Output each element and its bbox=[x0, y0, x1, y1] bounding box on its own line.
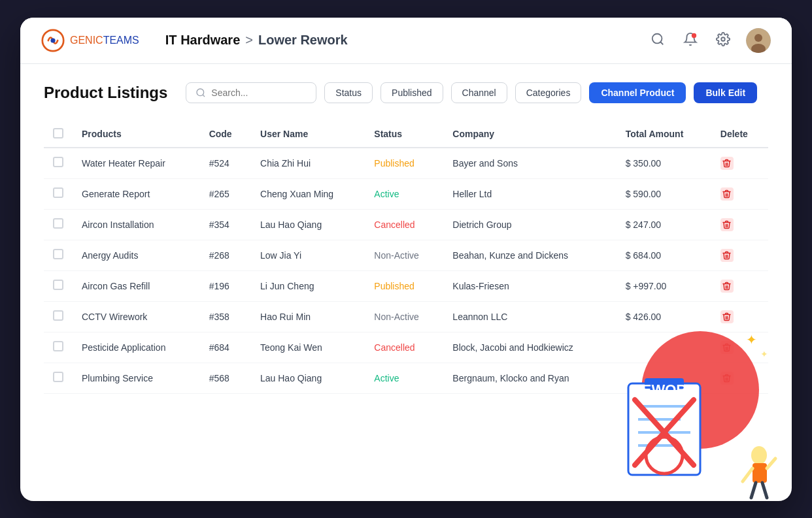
categories-filter-button[interactable]: Categories bbox=[515, 82, 582, 103]
header: GENICTEAMS IT Hardware > Lower Rework bbox=[20, 18, 792, 64]
row-product: Anergy Audits bbox=[73, 240, 200, 270]
avatar-image bbox=[746, 28, 771, 53]
row-checkbox[interactable] bbox=[53, 310, 63, 321]
row-delete-cell bbox=[711, 148, 768, 179]
breadcrumb-main: IT Hardware bbox=[165, 33, 240, 48]
delete-button[interactable] bbox=[720, 157, 734, 170]
row-checkbox[interactable] bbox=[53, 280, 63, 290]
col-products: Products bbox=[73, 121, 200, 148]
row-company: Bergnaum, Klocko and Ryan bbox=[443, 363, 616, 393]
row-checkbox-cell[interactable] bbox=[44, 332, 73, 363]
row-checkbox-cell[interactable] bbox=[44, 363, 73, 393]
row-status: Active bbox=[365, 178, 443, 209]
search-header-button[interactable] bbox=[648, 29, 668, 51]
row-checkbox[interactable] bbox=[53, 341, 63, 351]
table-wrap: Products Code User Name Status Company T… bbox=[44, 121, 768, 394]
row-checkbox-cell[interactable] bbox=[44, 209, 73, 240]
row-delete-cell bbox=[711, 301, 768, 332]
svg-line-29 bbox=[762, 483, 767, 498]
row-product: Aircon Installation bbox=[73, 209, 200, 240]
row-checkbox[interactable] bbox=[53, 372, 63, 382]
row-product: Water Heater Repair bbox=[73, 148, 200, 179]
notifications-button[interactable] bbox=[681, 29, 700, 51]
row-username: Cheng Xuan Ming bbox=[251, 178, 365, 209]
delete-button[interactable] bbox=[720, 372, 734, 385]
row-checkbox[interactable] bbox=[53, 187, 63, 198]
row-checkbox-cell[interactable] bbox=[44, 148, 73, 179]
row-checkbox-cell[interactable] bbox=[44, 270, 73, 301]
row-checkbox-cell[interactable] bbox=[44, 301, 73, 332]
svg-point-24 bbox=[751, 446, 767, 464]
row-status: Cancelled bbox=[365, 332, 443, 363]
table-row: Anergy Audits #268 Low Jia Yi Non-Active… bbox=[44, 240, 768, 270]
delete-button[interactable] bbox=[720, 310, 734, 323]
table-row: Generate Report #265 Cheng Xuan Ming Act… bbox=[44, 178, 768, 209]
search-box bbox=[186, 82, 316, 103]
row-username: Teong Kai Wen bbox=[251, 332, 365, 363]
search-input[interactable] bbox=[211, 88, 303, 98]
bulk-edit-button[interactable]: Bulk Edit bbox=[694, 82, 757, 103]
row-delete-cell bbox=[711, 240, 768, 270]
row-code: #196 bbox=[200, 270, 251, 301]
row-checkbox[interactable] bbox=[53, 157, 63, 167]
search-icon bbox=[195, 88, 206, 98]
breadcrumb: IT Hardware > Lower Rework bbox=[165, 33, 348, 48]
row-username: Lau Hao Qiang bbox=[251, 363, 365, 393]
row-amount: $ 350.00 bbox=[617, 148, 711, 179]
svg-line-3 bbox=[660, 42, 663, 44]
table-row: Aircon Gas Refill #196 Li Jun Cheng Publ… bbox=[44, 270, 768, 301]
trash-icon bbox=[720, 372, 734, 385]
col-username: User Name bbox=[251, 121, 365, 148]
svg-line-26 bbox=[743, 468, 753, 481]
delete-button[interactable] bbox=[720, 341, 734, 354]
header-actions bbox=[648, 28, 771, 53]
row-amount: $ +997.00 bbox=[617, 270, 711, 301]
delete-button[interactable] bbox=[720, 249, 734, 262]
row-company: Kulas-Friesen bbox=[443, 270, 616, 301]
row-code: #524 bbox=[200, 148, 251, 179]
row-amount: $ 590.00 bbox=[617, 178, 711, 209]
row-username: Chia Zhi Hui bbox=[251, 148, 365, 179]
svg-point-2 bbox=[652, 34, 662, 44]
svg-point-7 bbox=[754, 34, 762, 42]
published-filter-button[interactable]: Published bbox=[381, 82, 443, 103]
row-checkbox[interactable] bbox=[53, 218, 63, 229]
delete-button[interactable] bbox=[720, 280, 734, 293]
avatar[interactable] bbox=[746, 28, 771, 53]
select-all-checkbox[interactable] bbox=[53, 128, 63, 138]
row-company: Leannon LLC bbox=[443, 301, 616, 332]
row-status: Cancelled bbox=[365, 209, 443, 240]
col-code: Code bbox=[200, 121, 251, 148]
select-all-header[interactable] bbox=[44, 121, 73, 148]
trash-icon bbox=[720, 341, 734, 354]
row-checkbox-cell[interactable] bbox=[44, 240, 73, 270]
row-checkbox-cell[interactable] bbox=[44, 178, 73, 209]
channel-filter-button[interactable]: Channel bbox=[451, 82, 507, 103]
row-status: Non-Active bbox=[365, 240, 443, 270]
col-amount: Total Amount bbox=[617, 121, 711, 148]
svg-point-4 bbox=[692, 33, 696, 38]
svg-line-10 bbox=[203, 95, 205, 97]
row-code: #684 bbox=[200, 332, 251, 363]
row-code: #354 bbox=[200, 209, 251, 240]
page-title: Product Listings bbox=[44, 84, 167, 102]
channel-product-button[interactable]: Channel Product bbox=[589, 82, 686, 103]
row-delete-cell bbox=[711, 270, 768, 301]
svg-rect-25 bbox=[753, 463, 767, 483]
trash-icon bbox=[720, 218, 734, 231]
trash-icon bbox=[720, 187, 734, 201]
row-delete-cell bbox=[711, 178, 768, 209]
delete-button[interactable] bbox=[720, 218, 734, 231]
table-row: Aircon Installation #354 Lau Hao Qiang C… bbox=[44, 209, 768, 240]
status-filter-button[interactable]: Status bbox=[324, 82, 373, 103]
row-checkbox[interactable] bbox=[53, 249, 63, 259]
settings-button[interactable] bbox=[713, 29, 733, 51]
delete-button[interactable] bbox=[720, 187, 734, 201]
row-product: Pesticide Application bbox=[73, 332, 200, 363]
row-username: Lau Hao Qiang bbox=[251, 209, 365, 240]
row-company: Bayer and Sons bbox=[443, 148, 616, 179]
row-product: Aircon Gas Refill bbox=[73, 270, 200, 301]
row-amount: $ 247.00 bbox=[617, 209, 711, 240]
row-username: Hao Rui Min bbox=[251, 301, 365, 332]
trash-icon bbox=[720, 249, 734, 262]
